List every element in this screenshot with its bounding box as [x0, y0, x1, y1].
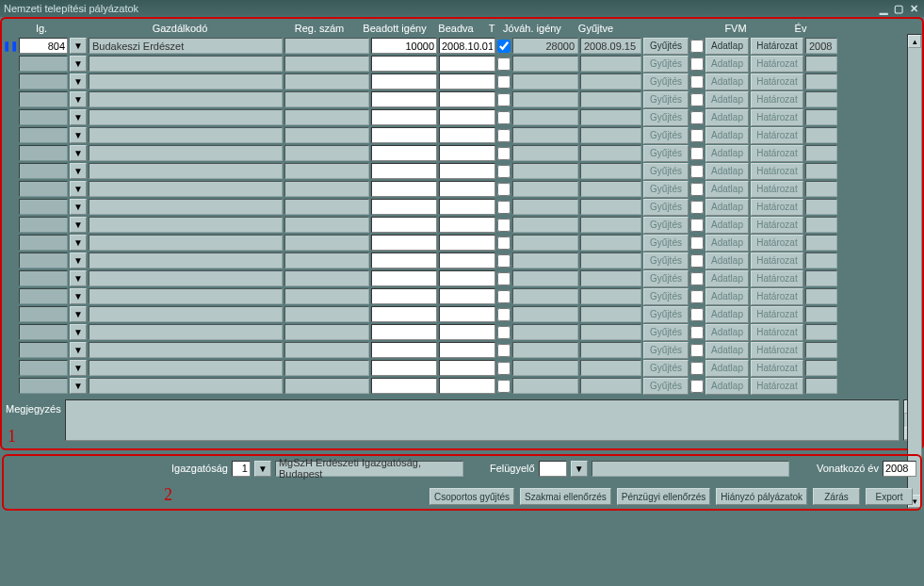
beadva-input[interactable]	[439, 360, 495, 376]
beadott-igeny-input[interactable]	[371, 56, 437, 72]
beadott-igeny-input[interactable]	[371, 127, 437, 143]
ig-input[interactable]	[19, 270, 68, 286]
beadott-igeny-input[interactable]	[371, 360, 437, 376]
fvm-checkbox[interactable]	[690, 75, 704, 89]
gyujtes-button[interactable]: Gyűjtés	[643, 270, 689, 287]
beadva-input[interactable]	[439, 217, 495, 233]
ig-input[interactable]	[19, 199, 68, 215]
fvm-checkbox[interactable]	[690, 326, 704, 339]
ig-input[interactable]	[19, 56, 68, 72]
t-checkbox[interactable]	[497, 326, 511, 339]
fvm-checkbox[interactable]	[690, 40, 704, 53]
hatarozat-button[interactable]: Határozat	[751, 217, 803, 234]
gazdalkodo-picker-icon[interactable]: ▼	[70, 109, 87, 125]
hatarozat-button[interactable]: Határozat	[751, 270, 803, 287]
zaras-button[interactable]: Zárás	[813, 488, 860, 505]
gyujtes-button[interactable]: Gyűjtés	[643, 127, 689, 144]
fvm-checkbox[interactable]	[690, 236, 704, 250]
adatlap-button[interactable]: Adatlap	[705, 181, 749, 198]
gazdalkodo-picker-icon[interactable]: ▼	[70, 163, 87, 179]
fvm-checkbox[interactable]	[690, 308, 704, 321]
hatarozat-button[interactable]: Határozat	[751, 145, 803, 162]
hatarozat-button[interactable]: Határozat	[751, 56, 803, 73]
gyujtes-button[interactable]: Gyűjtés	[643, 56, 689, 73]
beadott-igeny-input[interactable]	[371, 306, 437, 322]
beadva-input[interactable]	[439, 378, 495, 394]
gazdalkodo-picker-icon[interactable]: ▼	[70, 378, 87, 394]
hatarozat-button[interactable]: Határozat	[751, 127, 803, 144]
beadott-igeny-input[interactable]	[371, 342, 437, 358]
gyujtes-button[interactable]: Gyűjtés	[643, 109, 689, 126]
gyujtes-button[interactable]: Gyűjtés	[643, 252, 689, 269]
gazdalkodo-picker-icon[interactable]: ▼	[70, 145, 87, 161]
beadva-input[interactable]	[439, 38, 495, 54]
felugyelo-input[interactable]	[539, 461, 567, 477]
fvm-checkbox[interactable]	[690, 380, 704, 393]
beadva-input[interactable]	[439, 324, 495, 340]
beadva-input[interactable]	[439, 199, 495, 215]
fvm-checkbox[interactable]	[690, 254, 704, 268]
t-checkbox[interactable]	[497, 219, 511, 232]
gazdalkodo-picker-icon[interactable]: ▼	[70, 324, 87, 340]
beadott-igeny-input[interactable]	[371, 324, 437, 340]
ig-input[interactable]	[19, 127, 68, 143]
beadva-input[interactable]	[439, 145, 495, 161]
ig-input[interactable]	[19, 342, 68, 358]
gazdalkodo-picker-icon[interactable]: ▼	[70, 91, 87, 107]
adatlap-button[interactable]: Adatlap	[705, 127, 749, 144]
vonatkozo-ev-input[interactable]	[883, 461, 916, 477]
adatlap-button[interactable]: Adatlap	[705, 252, 749, 269]
gyujtes-button[interactable]: Gyűjtés	[643, 145, 689, 162]
beadott-igeny-input[interactable]	[371, 73, 437, 90]
ig-input[interactable]	[19, 235, 68, 251]
gazdalkodo-picker-icon[interactable]: ▼	[70, 199, 87, 215]
ig-input[interactable]	[19, 252, 68, 269]
beadva-input[interactable]	[439, 270, 495, 286]
adatlap-button[interactable]: Adatlap	[705, 270, 749, 287]
ig-input[interactable]	[19, 306, 68, 322]
beadott-igeny-input[interactable]	[371, 181, 437, 197]
beadott-igeny-input[interactable]	[371, 109, 437, 125]
beadva-input[interactable]	[439, 73, 495, 90]
gyujtes-button[interactable]: Gyűjtés	[643, 91, 689, 108]
beadott-igeny-input[interactable]	[371, 163, 437, 179]
t-checkbox[interactable]	[497, 111, 511, 124]
beadott-igeny-input[interactable]	[371, 235, 437, 251]
ig-input[interactable]	[19, 73, 68, 90]
fvm-checkbox[interactable]	[690, 344, 704, 357]
hatarozat-button[interactable]: Határozat	[751, 235, 803, 252]
beadott-igeny-input[interactable]	[371, 38, 437, 54]
t-checkbox[interactable]	[497, 129, 511, 142]
minimize-icon[interactable]: ▁	[877, 2, 890, 15]
fvm-checkbox[interactable]	[690, 362, 704, 375]
hatarozat-button[interactable]: Határozat	[751, 252, 803, 269]
gyujtes-button[interactable]: Gyűjtés	[643, 73, 689, 90]
adatlap-button[interactable]: Adatlap	[705, 378, 749, 395]
adatlap-button[interactable]: Adatlap	[705, 73, 749, 90]
fvm-checkbox[interactable]	[690, 219, 704, 232]
gazdalkodo-picker-icon[interactable]: ▼	[70, 181, 87, 197]
gyujtes-button[interactable]: Gyűjtés	[643, 217, 689, 234]
notes-textarea[interactable]	[65, 399, 900, 441]
adatlap-button[interactable]: Adatlap	[705, 324, 749, 341]
gazdalkodo-picker-icon[interactable]: ▼	[70, 38, 87, 54]
igazgatosag-picker-icon[interactable]: ▼	[254, 461, 271, 477]
csoportos-gyujtes-button[interactable]: Csoportos gyűjtés	[430, 488, 514, 505]
gazdalkodo-picker-icon[interactable]: ▼	[70, 270, 87, 286]
hatarozat-button[interactable]: Határozat	[751, 288, 803, 305]
beadva-input[interactable]	[439, 163, 495, 179]
hatarozat-button[interactable]: Határozat	[751, 378, 803, 395]
beadva-input[interactable]	[439, 235, 495, 251]
ig-input[interactable]	[19, 181, 68, 197]
ig-input[interactable]	[19, 378, 68, 394]
t-checkbox[interactable]	[497, 57, 511, 71]
adatlap-button[interactable]: Adatlap	[705, 199, 749, 216]
t-checkbox[interactable]	[497, 75, 511, 89]
t-checkbox[interactable]	[497, 201, 511, 214]
gyujtes-button[interactable]: Gyűjtés	[643, 360, 689, 377]
hatarozat-button[interactable]: Határozat	[751, 91, 803, 108]
hatarozat-button[interactable]: Határozat	[751, 181, 803, 198]
ig-input[interactable]	[19, 288, 68, 304]
t-checkbox[interactable]	[497, 165, 511, 178]
beadva-input[interactable]	[439, 306, 495, 322]
